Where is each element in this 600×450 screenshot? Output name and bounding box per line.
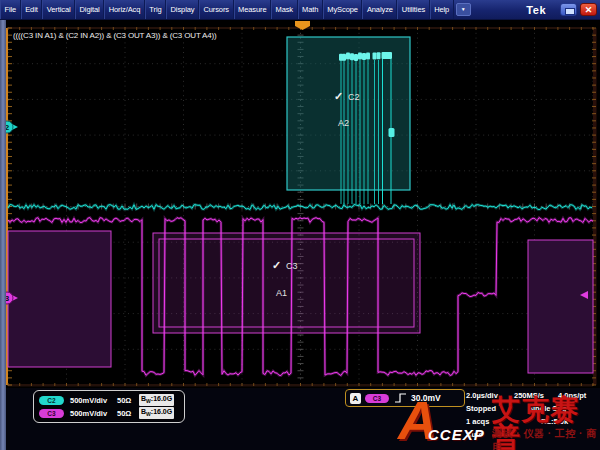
trigger-system-icon: A xyxy=(350,393,361,404)
menu-bar: FileEditVerticalDigitalHoriz/AcqTrigDisp… xyxy=(0,0,600,20)
menu-items: FileEditVerticalDigitalHoriz/AcqTrigDisp… xyxy=(0,0,454,19)
menu-item-file[interactable]: File xyxy=(0,0,21,19)
zone-a2-channel-label: C2 xyxy=(348,92,360,102)
watermark-logo-text: CCEXP xyxy=(428,426,485,443)
trigger-expression: ((((C3 IN A1) & (C2 IN A2)) & (C3 OUT A3… xyxy=(13,31,217,40)
menu-item-math[interactable]: Math xyxy=(298,0,323,19)
channel-row-c3[interactable]: C3500mV/div50ΩBW:16.0G xyxy=(39,407,174,419)
minimize-icon xyxy=(565,8,575,15)
channel-impedance: 50Ω xyxy=(117,409,139,418)
channel-scale: 500mV/div xyxy=(70,409,117,418)
watermark-slogan: 测试 · 仪器 · 工控 · 商用 xyxy=(492,427,600,450)
channel-row-c2[interactable]: C2500mV/div50ΩBW:16.0G xyxy=(39,394,174,406)
channel-impedance: 50Ω xyxy=(117,396,139,405)
menu-item-myscope[interactable]: MyScope xyxy=(323,0,363,19)
close-button[interactable]: ✕ xyxy=(580,3,597,16)
trigger-source-pill: C3 xyxy=(365,394,389,403)
channel-bandwidth: BW:16.0G xyxy=(139,394,174,406)
channel-scale: 500mV/div xyxy=(70,396,117,405)
zone-a1-check-icon: ✓ xyxy=(272,259,281,272)
menu-item-digital[interactable]: Digital xyxy=(75,0,104,19)
zone-a1-channel-label: C3 xyxy=(286,261,298,271)
menu-item-edit[interactable]: Edit xyxy=(21,0,43,19)
menu-item-trig[interactable]: Trig xyxy=(145,0,166,19)
menu-item-utilities[interactable]: Utilities xyxy=(397,0,429,19)
oscilloscope-application: { "window": { "brand": "Tek", "close_gly… xyxy=(0,0,600,450)
channel-pill: C3 xyxy=(39,409,64,418)
menu-item-vertical[interactable]: Vertical xyxy=(42,0,75,19)
zone-a1-name-label[interactable]: A1 xyxy=(276,288,287,298)
minimize-button[interactable] xyxy=(560,3,577,16)
acq-count-readout: 1 acqs xyxy=(466,417,489,426)
zone-a2-name-label[interactable]: A2 xyxy=(338,118,349,128)
menu-item-measure[interactable]: Measure xyxy=(234,0,271,19)
menu-item-cursors[interactable]: Cursors xyxy=(199,0,234,19)
channel-pill: C2 xyxy=(39,396,64,405)
channel-readout-box[interactable]: C2500mV/div50ΩBW:16.0GC3500mV/div50ΩBW:1… xyxy=(33,390,185,423)
waveform-display[interactable]: 23 xyxy=(0,0,600,450)
menu-item-analyze[interactable]: Analyze xyxy=(362,0,397,19)
tek-logo: Tek xyxy=(526,0,546,19)
menu-item-mask[interactable]: Mask xyxy=(271,0,298,19)
zone-a2-check-icon: ✓ xyxy=(334,90,343,103)
menu-item-help[interactable]: Help xyxy=(430,0,454,19)
channel-bandwidth: BW:16.0G xyxy=(139,407,174,419)
menu-item-horiz-acq[interactable]: Horiz/Acq xyxy=(104,0,145,19)
menu-overflow-button[interactable]: ▼ xyxy=(456,3,471,16)
menu-item-display[interactable]: Display xyxy=(166,0,199,19)
left-edge-strip xyxy=(0,20,6,450)
menu-spacer xyxy=(473,0,527,19)
